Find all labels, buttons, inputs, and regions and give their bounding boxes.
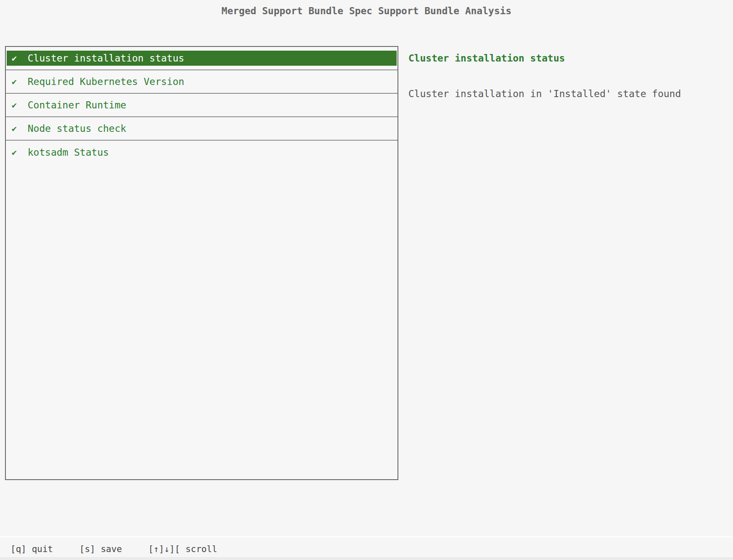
check-icon: ✔ [12,123,28,134]
check-icon: ✔ [12,147,28,157]
list-item-label: Required Kubernetes Version [28,76,184,87]
shortcut-scroll: [↑]↓][ scroll [148,544,217,554]
shortcut-key: [s] [80,544,95,554]
list-item-row: ✔ Cluster installation status [7,51,397,66]
list-item-row: ✔ kotsadm Status [7,145,397,160]
list-item-label: Cluster installation status [28,53,184,64]
shortcut-label: quit [32,544,53,554]
check-icon: ✔ [12,53,28,63]
analyzer-list: ✔ Cluster installation status ✔ Required… [5,46,398,480]
shortcut-label: scroll [186,544,217,554]
check-icon: ✔ [12,77,28,87]
shortcut-quit: [q] quit [10,544,53,554]
detail-heading: Cluster installation status [408,53,565,64]
window-bottom-edge [0,557,733,560]
list-item-cluster-installation-status[interactable]: ✔ Cluster installation status [6,47,397,70]
detail-message: Cluster installation in 'Installed' stat… [408,88,681,99]
list-item-row: ✔ Node status check [7,121,397,136]
shortcut-key: [q] [10,544,26,554]
footer-divider [0,536,733,537]
page-title: Merged Support Bundle Spec Support Bundl… [0,5,733,16]
check-icon: ✔ [12,100,28,110]
list-item-kotsadm-status[interactable]: ✔ kotsadm Status [6,141,397,164]
footer-shortcuts: [q] quit [s] save [↑]↓][ scroll [10,544,217,554]
list-item-container-runtime[interactable]: ✔ Container Runtime [6,94,397,117]
shortcut-save: [s] save [80,544,122,554]
list-item-label: kotsadm Status [28,147,109,158]
list-item-label: Node status check [28,123,126,134]
list-item-row: ✔ Container Runtime [7,98,397,113]
list-item-required-kubernetes-version[interactable]: ✔ Required Kubernetes Version [6,70,397,94]
shortcut-key: [↑]↓][ [148,544,180,554]
list-item-row: ✔ Required Kubernetes Version [7,74,397,89]
list-item-node-status-check[interactable]: ✔ Node status check [6,117,397,141]
list-item-label: Container Runtime [28,100,126,110]
shortcut-label: save [101,544,122,554]
